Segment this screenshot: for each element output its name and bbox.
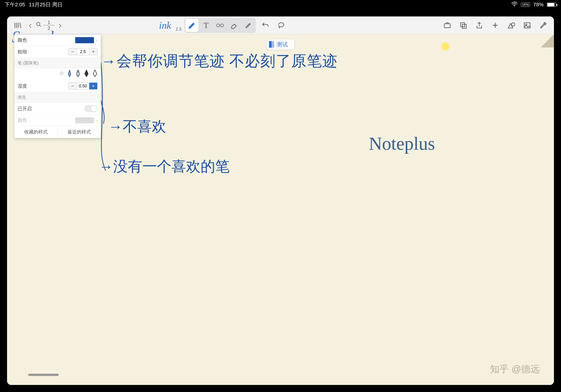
fill-toggle[interactable] xyxy=(84,105,97,112)
panel-row-enabled: 已开启 xyxy=(14,103,101,115)
humidity-label: 湿度 xyxy=(18,83,68,89)
thickness-input[interactable] xyxy=(76,48,89,55)
handwriting-line-1: →会帮你调节笔迹 不必刻了原笔迹 xyxy=(101,51,338,71)
humidity-minus-button[interactable]: − xyxy=(69,83,76,89)
favorite-styles-tab[interactable]: 收藏的样式 xyxy=(14,126,58,138)
eraser-tool-icon[interactable] xyxy=(228,19,241,32)
duplicate-icon[interactable]: A xyxy=(457,19,470,32)
humidity-plus-button[interactable]: + xyxy=(89,83,97,89)
thickness-minus-button[interactable]: − xyxy=(69,48,76,55)
color-label: 颜色 xyxy=(18,37,75,43)
undo-icon[interactable] xyxy=(259,19,272,32)
recent-styles-tab[interactable]: 最近的样式 xyxy=(58,126,101,138)
status-date: 11月25日 周日 xyxy=(29,1,63,8)
tab-title: 测试 xyxy=(277,41,288,48)
battery-icon xyxy=(547,3,556,7)
ios-status-bar: 下午2:05 11月25日 周日 VPN 78% xyxy=(0,0,561,9)
add-icon[interactable]: + xyxy=(489,19,502,32)
thickness-label: 粗细 xyxy=(18,49,68,55)
status-time: 下午2:05 xyxy=(5,1,25,8)
pen-tool-icon[interactable] xyxy=(185,19,198,32)
panel-row-thickness: 粗细 − + xyxy=(14,46,101,58)
shapes-icon[interactable] xyxy=(505,19,518,32)
panel-row-humidity: 湿度 − + xyxy=(14,80,101,92)
handwriting-line-2: →不喜欢 xyxy=(108,117,166,136)
enabled-label: 已开启 xyxy=(18,106,84,112)
page-corner-fold[interactable] xyxy=(541,34,554,47)
ink-size-label: 2.5 xyxy=(176,27,182,32)
panel-row-fillcolor: 颜色 › xyxy=(14,115,101,126)
ink-style-label[interactable]: ink xyxy=(159,20,171,31)
color-swatch[interactable] xyxy=(75,37,94,43)
document-tab[interactable]: 测试 xyxy=(266,39,295,50)
thickness-plus-button[interactable]: + xyxy=(89,48,97,55)
handwriting-line-3: →没有一个喜欢的笔 xyxy=(99,156,230,176)
wifi-icon xyxy=(511,2,518,8)
view-tool-icon[interactable] xyxy=(214,19,227,32)
svg-point-0 xyxy=(514,6,515,6)
pen-type-label: 笔 (圆珠笔) xyxy=(14,58,101,68)
thickness-stepper[interactable]: − + xyxy=(68,48,97,55)
svg-rect-4 xyxy=(444,23,450,28)
image-icon[interactable] xyxy=(521,19,534,32)
nib-2-icon[interactable] xyxy=(76,70,81,77)
battery-percent: 78% xyxy=(533,2,544,8)
pen-nib-row: ⊘ xyxy=(14,68,101,80)
nib-3-icon[interactable] xyxy=(84,70,89,77)
humidity-stepper[interactable]: − + xyxy=(68,83,97,89)
page-current: 1 xyxy=(48,20,50,25)
fill-color-label: 颜色 xyxy=(18,117,75,123)
settings-wrench-icon[interactable] xyxy=(537,19,550,32)
handwriting-line-4: Noteplus xyxy=(369,133,435,154)
highlighter-tool-icon[interactable] xyxy=(242,19,255,32)
svg-point-2 xyxy=(216,24,220,27)
vpn-badge: VPN xyxy=(521,3,530,7)
focus-mode-icon[interactable] xyxy=(441,19,454,32)
chevron-right-icon: › xyxy=(96,118,97,123)
nib-1-icon[interactable] xyxy=(67,70,72,77)
tool-group: T xyxy=(184,18,256,33)
toolbar: ‹ 1 2 › ink 2.5 T xyxy=(7,16,554,34)
nib-4-icon[interactable] xyxy=(92,70,97,77)
humidity-input[interactable] xyxy=(76,83,89,89)
text-tool-icon[interactable]: T xyxy=(199,19,213,32)
lasso-icon[interactable] xyxy=(275,19,288,32)
panel-style-tabs: 收藏的样式 最近的样式 xyxy=(14,126,101,138)
watermark-text: 知乎 @德远 xyxy=(490,363,540,376)
yellow-mark xyxy=(440,41,451,52)
pen-settings-panel: 颜色 › 粗细 − + 笔 (圆珠笔) ⊘ 湿度 − + xyxy=(14,34,101,138)
home-indicator xyxy=(28,374,59,376)
app-window: ‹ 1 2 › ink 2.5 T xyxy=(7,16,554,385)
fill-section-label: 填充 xyxy=(14,92,101,103)
svg-point-3 xyxy=(221,24,224,27)
fill-color-swatch xyxy=(75,117,94,123)
chevron-right-icon: › xyxy=(96,37,97,43)
svg-text:A: A xyxy=(464,25,465,28)
share-icon[interactable] xyxy=(473,19,486,32)
svg-point-1 xyxy=(37,22,40,26)
svg-point-8 xyxy=(511,22,515,26)
svg-rect-9 xyxy=(524,22,530,28)
panel-row-color[interactable]: 颜色 › xyxy=(14,34,101,46)
tab-color-swatch xyxy=(269,41,274,48)
no-pen-icon[interactable]: ⊘ xyxy=(59,70,64,76)
